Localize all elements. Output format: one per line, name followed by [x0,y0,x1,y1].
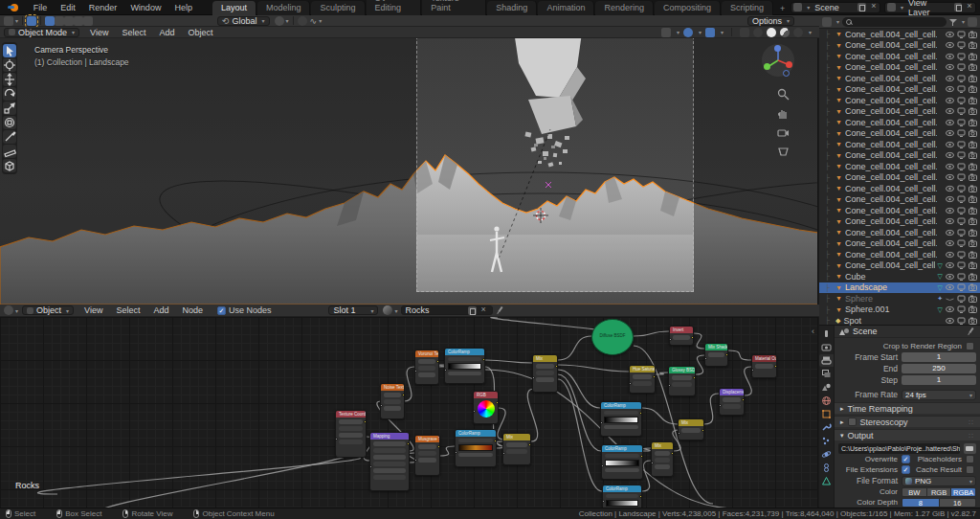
hide-eye-icon[interactable] [946,75,954,82]
outliner-item-cone-cell-004-cell-cell-006-cell-cell-0[interactable]: ├▼Cone_cell.004_cell_cell.006_cell_cell.… [819,249,980,260]
disable-render-icon[interactable] [969,75,977,82]
editor-type-icon[interactable] [4,16,13,26]
hide-eye-icon[interactable] [946,305,954,313]
color-depth-16[interactable]: 16 [940,499,976,507]
node-header[interactable]: ColorRamp [602,445,642,452]
hide-eye-icon[interactable] [946,239,954,247]
node-menu-node[interactable]: Node [175,305,210,316]
hide-eye-icon[interactable] [946,41,954,49]
node-noise-texture[interactable]: Noise Texture [380,383,405,419]
disable-render-icon[interactable] [969,97,977,104]
transform-orientation-dropdown[interactable]: ⟲ Global ▾ [217,16,270,26]
outliner-item-cone-cell-004-cell-cell-006-cell-cell[interactable]: ├▼Cone_cell.004_cell_cell.006_cell_cell [819,73,980,84]
disable-render-icon[interactable] [969,151,977,159]
disable-render-icon[interactable] [969,31,977,38]
output-socket[interactable] [653,375,656,378]
editor-type-outliner-icon[interactable] [822,17,832,27]
disable-viewport-icon[interactable] [957,261,966,269]
shader-type-dropdown[interactable]: Object ▾ [22,305,74,315]
hide-eye-icon[interactable] [946,163,954,170]
properties-tab-tool[interactable] [819,327,834,340]
properties-tab-object-data[interactable] [819,475,834,487]
node-header[interactable]: Glossy BSDF [669,367,695,373]
disable-render-icon[interactable] [969,119,977,126]
node-mix[interactable]: Mix [532,354,558,393]
new-view-layer-icon[interactable] [954,3,963,11]
gizmo-dropdown-icon[interactable] [661,28,671,37]
overlays-icon[interactable] [683,28,693,37]
output-socket[interactable] [640,455,643,458]
node-mix-shader[interactable]: Mix Shader [704,343,728,367]
node-colorramp[interactable]: ColorRamp [444,348,485,384]
workspace-tab-animation[interactable]: Animation [538,1,594,15]
hide-eye-icon[interactable] [946,251,954,259]
active-tool-tweak-icon[interactable] [27,16,36,26]
disable-viewport-icon[interactable] [957,195,966,203]
output-socket[interactable] [482,358,485,361]
output-path-field[interactable]: C:\Users\pplao\Pablo\Proje..hattered\Sha… [838,443,960,454]
disable-viewport-icon[interactable] [957,207,966,214]
input-socket[interactable] [601,464,604,467]
disable-viewport-icon[interactable] [957,41,966,49]
node-header[interactable]: ColorRamp [601,402,641,409]
workspace-tab-layout[interactable]: Layout [212,1,256,15]
shader-node-editor[interactable]: Texture CoordinateMappingNoise TextureVo… [0,317,818,508]
disable-viewport-icon[interactable] [957,163,966,170]
node-header[interactable]: Mix [652,442,673,449]
file-extensions-checkbox[interactable]: ✓ [902,465,910,474]
viewport-menu-select[interactable]: Select [115,27,152,38]
input-socket[interactable] [380,404,383,407]
input-socket[interactable] [751,369,754,372]
disable-viewport-icon[interactable] [957,53,966,60]
cache-result-checkbox[interactable] [966,465,974,474]
hide-eye-icon[interactable] [946,273,954,281]
properties-tab-particles[interactable] [819,435,834,447]
output-socket[interactable] [494,440,497,442]
input-socket[interactable] [668,384,671,387]
viewport-menu-add[interactable]: Add [152,27,181,38]
proportional-editing-icon[interactable] [298,16,307,26]
outliner-item-landscape[interactable]: ├▼Landscape▽ [819,282,980,294]
panel-output[interactable]: ▾Output:: [835,429,980,440]
editor-type-shader-icon[interactable] [4,305,13,315]
node-header[interactable]: Noise Texture [381,384,404,391]
shading-rendered-icon[interactable] [793,28,803,37]
color-ramp-gradient[interactable] [604,417,638,423]
menu-window[interactable]: Window [123,1,167,14]
disable-viewport-icon[interactable] [957,107,966,115]
rotate-tool[interactable] [3,87,16,101]
disable-viewport-icon[interactable] [957,273,966,281]
outliner-item-cone-cell-004-cell-cell-006-cell-cell-0[interactable]: ├▼Cone_cell.004_cell_cell.006_cell_cell.… [819,205,980,216]
workspace-tab-modeling[interactable]: Modeling [257,1,311,15]
node-header[interactable]: Texture Coordinate [336,411,366,417]
use-nodes-checkbox[interactable]: ✓ [217,306,226,315]
outliner-item-cone-cell-004-cell-cell-006-cell-cell-0[interactable]: ├▼Cone_cell.004_cell_cell.006_cell_cell.… [819,194,980,206]
hide-eye-icon[interactable] [946,141,954,148]
disable-viewport-icon[interactable] [957,85,966,93]
outliner-item-cone-cell-004-cell-cell-006-cell-cell-0[interactable]: ├▼Cone_cell.004_cell_cell.006_cell_cell.… [819,161,980,172]
node-header[interactable]: Mix [679,419,703,426]
view-layer-selector[interactable]: ▾ View Layer [884,2,976,13]
input-socket[interactable] [678,432,680,435]
input-socket[interactable] [414,370,417,372]
node-header[interactable]: RGB [474,392,498,398]
hide-eye-icon[interactable] [946,119,954,126]
overwrite-checkbox[interactable]: ✓ [902,455,910,463]
disable-viewport-icon[interactable] [957,173,966,181]
outliner-item-cone-cell-004-cell-cell-006-cell-cell-0[interactable]: ├▼Cone_cell.004_cell_cell.006_cell_cell.… [819,139,980,150]
hide-eye-icon[interactable] [946,195,954,203]
node-header[interactable]: Voronoi Texture [415,350,438,357]
disable-render-icon[interactable] [969,141,977,148]
outliner-item-cone-cell-004-cell-cell-006-cell-cell-0[interactable]: ├▼Cone_cell.004_cell_cell.006_cell_cell.… [819,117,980,128]
hide-eye-icon[interactable] [946,151,954,159]
select-mode-invert-icon[interactable] [74,16,83,26]
disable-render-icon[interactable] [969,53,977,60]
outliner-item-cube[interactable]: ├▼Cube▽ [819,271,980,282]
add-workspace-button[interactable]: + [774,2,791,15]
properties-tab-constraints[interactable] [819,462,834,474]
outliner-item-cone-cell-004-cell-cell-006-cell-cell-0[interactable]: ├▼Cone_cell.004_cell_cell.006_cell_cell.… [819,128,980,140]
workspace-tab-compositing[interactable]: Compositing [655,1,721,15]
frame-start-field[interactable]: 1 [902,352,976,362]
zoom-icon[interactable] [777,88,790,101]
slot-dropdown[interactable]: Slot 1 ▾ [328,305,378,315]
